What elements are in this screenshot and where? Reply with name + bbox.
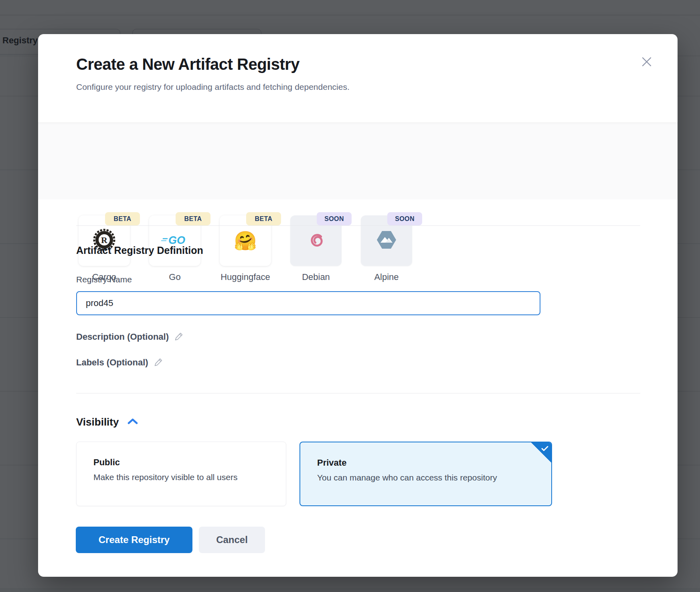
- registry-name-input[interactable]: [76, 291, 540, 315]
- visibility-option-private[interactable]: Private You can manage who can access th…: [299, 442, 552, 506]
- labels-row: Labels (Optional): [76, 357, 163, 369]
- description-row: Description (Optional): [76, 331, 183, 343]
- visibility-heading-row: Visibility: [76, 416, 138, 428]
- close-button[interactable]: [638, 53, 655, 71]
- package-label: Go: [140, 272, 210, 282]
- beta-badge: BETA: [176, 212, 210, 225]
- private-title: Private: [317, 458, 346, 468]
- beta-badge: BETA: [246, 212, 281, 225]
- public-description: Make this repository visible to all user…: [93, 472, 237, 482]
- checkmark-icon: [541, 446, 548, 453]
- private-description: You can manage who can access this repos…: [317, 473, 497, 483]
- visibility-heading: Visibility: [76, 416, 119, 428]
- package-label: Huggingface: [210, 272, 281, 282]
- modal-title: Create a New Artifact Registry: [76, 55, 299, 73]
- screen: Registry Create a New Artifact Registry …: [0, 0, 700, 592]
- package-option-huggingface: 🤗 BETA Huggingface: [220, 215, 271, 280]
- section-divider: [76, 225, 640, 226]
- alpine-mountain-logo-icon: [375, 229, 398, 253]
- soon-badge: SOON: [317, 212, 352, 225]
- package-type-strip: R BETA Cargo GO: [38, 122, 678, 199]
- description-label: Description (Optional): [76, 332, 169, 342]
- soon-badge: SOON: [387, 212, 422, 225]
- package-option-debian: SOON Debian: [290, 215, 342, 280]
- debian-swirl-logo-icon: [305, 229, 327, 253]
- modal-actions: Create Registry Cancel: [76, 527, 265, 553]
- labels-label: Labels (Optional): [76, 357, 148, 368]
- modal-subtitle: Configure your registry for uploading ar…: [76, 82, 350, 92]
- pencil-edit-icon: [154, 358, 163, 368]
- cancel-button[interactable]: Cancel: [199, 527, 265, 553]
- registry-name-label: Registry Name: [76, 275, 132, 284]
- visibility-option-public[interactable]: Public Make this repository visible to a…: [76, 442, 286, 506]
- edit-labels-button[interactable]: [154, 358, 163, 368]
- package-label: Alpine: [351, 272, 422, 282]
- hugging-face-emoji-icon: 🤗: [234, 231, 257, 250]
- chevron-up-icon: [127, 418, 138, 426]
- beta-badge: BETA: [105, 212, 140, 225]
- edit-description-button[interactable]: [174, 332, 183, 342]
- svg-text:R: R: [101, 235, 108, 245]
- close-icon: [640, 55, 653, 69]
- definition-heading: Artifact Registry Definition: [76, 245, 203, 256]
- create-registry-button[interactable]: Create Registry: [76, 527, 192, 553]
- public-title: Public: [93, 457, 120, 468]
- create-registry-modal: Create a New Artifact Registry Configure…: [38, 34, 678, 577]
- collapse-visibility-button[interactable]: [127, 418, 138, 426]
- package-label: Debian: [281, 272, 351, 282]
- pencil-edit-icon: [174, 332, 183, 342]
- section-divider: [76, 393, 640, 393]
- package-option-alpine: SOON Alpine: [361, 215, 412, 280]
